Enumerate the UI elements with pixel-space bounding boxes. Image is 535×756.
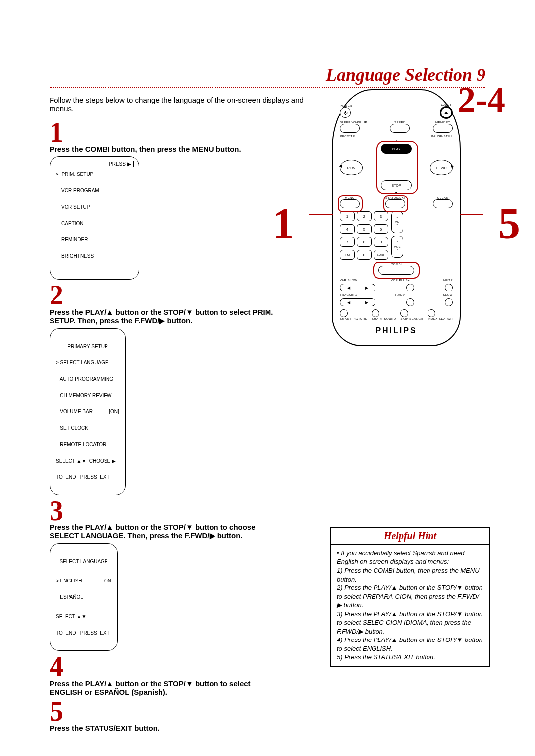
left-triangle-icon: ◀	[339, 164, 342, 168]
fm-button[interactable]: FM	[340, 250, 355, 260]
key-3[interactable]: 3	[374, 211, 388, 221]
vcrplus-button[interactable]	[406, 284, 414, 291]
power-button[interactable]: ⏻	[340, 107, 351, 118]
highlight-status	[383, 195, 408, 212]
eject-label: EJECT	[440, 103, 453, 106]
skip-search-button[interactable]	[400, 309, 408, 317]
osd-menu-3: SELECT LANGUAGE > ENGLISH ON ESPAÑOL SEL…	[50, 543, 118, 651]
osd2-l3: CH MEMORY REVIEW	[56, 393, 119, 398]
step-number-3: 3	[50, 498, 485, 523]
remote-illustration: POWER ⏻ EJECT ⏏ SLEEP/WAKE UP SPEED MEMO…	[332, 89, 461, 346]
rew-button[interactable]: REW	[340, 160, 363, 175]
tracking-label: TRACKING	[340, 293, 357, 296]
power-label: POWER	[340, 104, 352, 107]
step-5-text: Press the STATUS/EXIT button.	[50, 724, 282, 732]
key-9-label: 9	[380, 240, 382, 244]
key-9[interactable]: 9	[374, 237, 388, 247]
clear-button[interactable]	[433, 199, 453, 208]
key-7-label: 7	[346, 240, 348, 244]
osd3-f1: SELECT ▲▼	[56, 614, 111, 619]
key-5[interactable]: 5	[357, 224, 372, 234]
index-search-button[interactable]	[428, 309, 435, 317]
osd1-l3: VCR SETUP	[56, 204, 99, 210]
key-4[interactable]: 4	[340, 224, 355, 234]
intro-text: Follow the steps below to change the lan…	[50, 96, 307, 113]
key-1-label: 1	[346, 214, 348, 219]
key-1[interactable]: 1	[340, 211, 355, 221]
key-5-label: 5	[363, 227, 365, 232]
tracking-rocker[interactable]: ◀ ▶	[340, 298, 375, 306]
page-title: Language Selection 9	[50, 64, 485, 85]
skipsearch-label: SKIP SEARCH	[400, 317, 423, 320]
rew-label: REW	[347, 166, 355, 170]
track-left-icon: ◀	[347, 300, 350, 305]
step-3-text: Press the PLAY/▲ button or the STOP/▼ bu…	[50, 523, 282, 540]
smartpic-label: SMART PICTURE	[340, 317, 367, 320]
surf-button[interactable]: SURF	[374, 250, 388, 260]
eject-button[interactable]: ⏏	[440, 106, 453, 119]
hint-title: Helpful Hint	[331, 528, 489, 545]
key-8[interactable]: 8	[357, 237, 372, 247]
vol-rocker[interactable]: ˄ VOL ˅	[391, 236, 403, 258]
key-2-label: 2	[363, 214, 365, 219]
osd2-f1: SELECT ▲▼ CHOOSE ▶	[56, 458, 119, 464]
callout-5-line	[460, 214, 483, 215]
sleep-label: SLEEP/WAKE UP	[340, 121, 367, 124]
osd1-l1: > PRIM. SETUP	[56, 172, 99, 177]
smart-picture-button[interactable]	[340, 309, 348, 317]
key-3-label: 3	[380, 214, 382, 219]
osd1-l2: VCR PROGRAM	[56, 188, 99, 193]
dotted-rule	[50, 87, 485, 88]
eject-icon: ⏏	[444, 111, 448, 115]
key-6-label: 6	[380, 227, 382, 232]
step-1-text: Press the COMBI button, then press the M…	[50, 145, 282, 153]
memory-label: MEMORY	[433, 121, 453, 124]
mute-label: MUTE	[443, 279, 453, 282]
key-0[interactable]: 0	[357, 250, 372, 260]
varslow-label: VAR.SLOW	[340, 279, 357, 282]
osd2-hdr: PRIMARY SETUP	[56, 344, 119, 349]
varslow-right-icon: ▶	[365, 286, 368, 290]
step-4-text: Press the PLAY/▲ button or the STOP/▼ bu…	[50, 679, 282, 696]
brand-logo: PHILIPS	[340, 326, 453, 335]
right-triangle-icon: ▶	[451, 164, 454, 168]
key-8-label: 8	[363, 240, 365, 244]
osd2-l1: > SELECT LANGUAGE	[56, 360, 119, 365]
memory-button[interactable]	[433, 124, 453, 133]
osd3-hdr: SELECT LANGUAGE	[56, 559, 111, 564]
vol-up-icon: ˄	[396, 241, 398, 245]
slow-button[interactable]	[445, 298, 453, 306]
smartsnd-label: SMART SOUND	[372, 317, 396, 320]
callout-1: 1	[272, 198, 294, 248]
osd2-l4: VOLUME BAR [ON]	[56, 409, 119, 414]
osd3-l1: > ENGLISH ON	[56, 578, 111, 583]
transport-cluster: PLAY ▲ STOP ▼ REW ◀ F.FWD ▶	[340, 140, 453, 194]
osd1-press: PRESS ▶	[107, 161, 134, 167]
clear-label: CLEAR	[433, 196, 453, 199]
ffwd-button[interactable]: F.FWD	[430, 160, 453, 175]
highlight-menu	[338, 195, 363, 212]
callout-2-4: 2-4	[458, 79, 505, 120]
varslow-left-icon: ◀	[347, 286, 350, 290]
track-right-icon: ▶	[365, 300, 368, 305]
recotr-label: REC/OTR	[340, 135, 355, 138]
smart-sound-button[interactable]	[372, 309, 379, 317]
ch-rocker[interactable]: ˄ CH ˅	[391, 211, 403, 233]
speed-button[interactable]	[390, 124, 410, 133]
fadv-button[interactable]	[406, 298, 414, 306]
osd1-l4: CAPTION	[56, 221, 99, 226]
mute-button[interactable]	[445, 284, 453, 291]
osd2-f2: TO END PRESS EXIT	[56, 474, 119, 480]
key-7[interactable]: 7	[340, 237, 355, 247]
varslow-rocker[interactable]: ◀ ▶	[340, 284, 375, 291]
slow-label: SLOW	[443, 293, 453, 296]
osd1-l5: REMINDER	[56, 237, 99, 242]
indexsearch-label: INDEX SEARCH	[428, 317, 453, 320]
key-0-label: 0	[363, 253, 365, 257]
osd3-f2: TO END PRESS EXIT	[56, 630, 111, 636]
key-2[interactable]: 2	[357, 211, 372, 221]
key-6[interactable]: 6	[374, 224, 388, 234]
sleep-button[interactable]	[340, 124, 360, 133]
step-number-5: 5	[50, 699, 485, 724]
callout-1-line	[309, 214, 333, 215]
